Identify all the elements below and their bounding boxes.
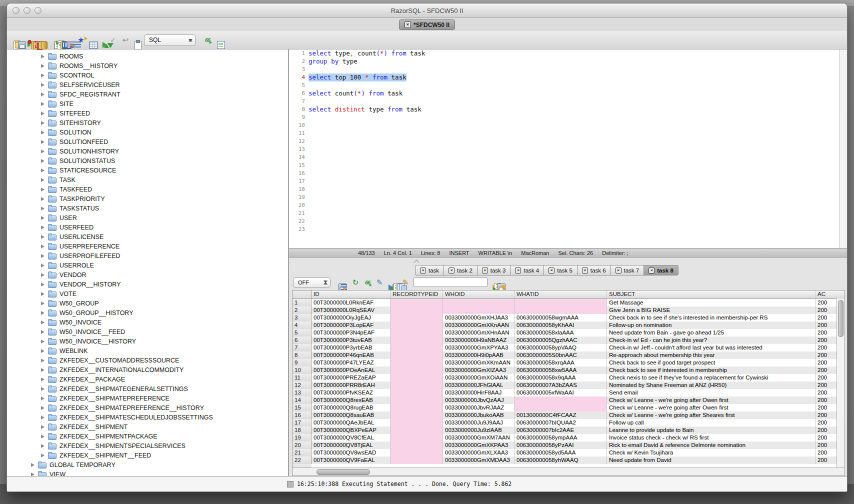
cell-subject[interactable]: Nominated by Shane Freeman at ANZ (HR50) bbox=[607, 382, 816, 389]
row-number-cell[interactable]: 14 bbox=[292, 396, 312, 404]
tree-item-w50_group__history[interactable]: W50_GROUP__HISTORY bbox=[7, 308, 288, 318]
editor-line[interactable]: 12 bbox=[289, 138, 847, 146]
tree-item-w50_invoice__history[interactable]: W50_INVOICE__HISTORY bbox=[7, 336, 288, 346]
table-row[interactable]: 400T3000000P3LopEAF0033000000GmXKnAAN006… bbox=[292, 322, 844, 329]
scrollbar-thumb[interactable] bbox=[316, 469, 370, 475]
row-number-cell[interactable]: 19 bbox=[292, 434, 312, 442]
cell-id[interactable]: 00T3000000L0RknEAF bbox=[312, 299, 390, 306]
cell-whatid[interactable]: 00630000005xfWaAAI bbox=[514, 389, 607, 396]
expand-triangle-icon[interactable] bbox=[41, 330, 44, 334]
cell-recordtypeid[interactable] bbox=[390, 389, 443, 396]
cell-id[interactable]: 00T3000000QAeJbEAL bbox=[312, 419, 390, 426]
expand-triangle-icon[interactable] bbox=[41, 311, 44, 315]
cell-whatid[interactable]: 00630000007bIc2AAE bbox=[514, 426, 607, 434]
cell-subject[interactable]: Check-in w/ Jeff - couldn't afford last … bbox=[607, 344, 816, 352]
expand-triangle-icon[interactable] bbox=[41, 340, 44, 344]
cell-whatid[interactable]: 006300000058ympAAA bbox=[514, 434, 607, 442]
cell-whatid[interactable]: 00630000007A3bZAAS bbox=[514, 382, 607, 389]
cell-whatid[interactable] bbox=[514, 396, 607, 404]
row-number-cell[interactable]: 15 bbox=[292, 404, 312, 412]
table-row[interactable]: 1600T3000000Q8sauEAB0033000000JbukoAAB00… bbox=[292, 412, 844, 419]
tree-item-user[interactable]: USER bbox=[7, 213, 288, 222]
table-row[interactable]: 1900T3000000QV8CfEAL0033000000GmXM7AAN00… bbox=[292, 434, 844, 442]
tree-item-userfeed[interactable]: USERFEED bbox=[7, 222, 288, 232]
close-tab-icon[interactable]: × bbox=[548, 268, 554, 274]
editor-line[interactable]: 23 bbox=[289, 226, 847, 234]
cell-recordtypeid[interactable] bbox=[390, 329, 443, 336]
cell-whoid[interactable]: 0033000000HirF8AAJ bbox=[443, 389, 514, 396]
row-number-cell[interactable]: 6 bbox=[292, 336, 312, 344]
expand-triangle-icon[interactable] bbox=[41, 168, 44, 172]
result-tab-task-3[interactable]: ×task 3 bbox=[477, 265, 511, 276]
cell-recordtypeid[interactable] bbox=[390, 306, 443, 314]
tree-item-zkfedex__shipment__feed[interactable]: ZKFEDEX__SHIPMENT__FEED bbox=[7, 450, 288, 460]
tree-item-global temporary[interactable]: GLOBAL TEMPORARY bbox=[7, 460, 288, 470]
tree-item-site[interactable]: SITE bbox=[7, 99, 288, 108]
document-tab[interactable]: × *SFDCW50 II bbox=[399, 20, 455, 30]
close-tab-icon[interactable]: × bbox=[582, 268, 588, 274]
tree-item-scontrol[interactable]: SCONTROL bbox=[7, 70, 288, 80]
cell-whatid[interactable]: 006300000058ypVAAQ bbox=[514, 344, 607, 352]
table-row[interactable]: 900T3000000P47LYEAZ0033000000GmXKmAAN006… bbox=[292, 359, 844, 366]
cell-recordtypeid[interactable] bbox=[390, 366, 443, 374]
cell-whoid[interactable]: 0033000000GmXIZAA3 bbox=[443, 366, 514, 374]
expand-triangle-icon[interactable] bbox=[41, 197, 44, 201]
editor-line[interactable]: 15 bbox=[289, 162, 847, 170]
editor-line[interactable]: 18 bbox=[289, 186, 847, 194]
cell-recordtypeid[interactable] bbox=[390, 314, 443, 322]
editor-line[interactable]: 8select distinct type from task bbox=[289, 106, 847, 114]
cell-whoid[interactable]: 0033000000GmXKPAA3 bbox=[443, 442, 514, 449]
expand-triangle-icon[interactable] bbox=[41, 292, 44, 296]
commit-icon[interactable]: ✓ bbox=[108, 35, 118, 45]
cell-subject[interactable]: Give Jenn a BIG RAISE bbox=[607, 306, 816, 314]
table-row[interactable]: 2000T3000000QV8TjEAL0033000000GmXKPAA300… bbox=[292, 442, 844, 449]
refresh-results-icon[interactable]: ↻ bbox=[350, 278, 360, 288]
tree-item-zkfedex__shipmategeneralsettings[interactable]: ZKFEDEX__SHIPMATEGENERALSETTINGS bbox=[7, 384, 288, 394]
cell-subject[interactable]: Follow up call bbox=[607, 419, 816, 426]
expand-triangle-icon[interactable] bbox=[41, 159, 44, 163]
row-number-cell[interactable]: 16 bbox=[292, 412, 312, 419]
table-row[interactable]: 1000T3000000POeAnEAL0033000000GmXIZAA300… bbox=[292, 366, 844, 374]
editor-line[interactable]: 20 bbox=[289, 202, 847, 210]
row-number-cell[interactable]: 21 bbox=[292, 449, 312, 456]
cell-whatid[interactable]: 00630000005QgzhAAC bbox=[514, 336, 607, 344]
row-number-cell[interactable]: 2 bbox=[292, 306, 312, 314]
editor-line[interactable]: 13 bbox=[289, 146, 847, 154]
cell-id[interactable]: 00T3000000PREZaEAP bbox=[312, 374, 390, 382]
tree-item-taskfeed[interactable]: TASKFEED bbox=[7, 184, 288, 194]
expand-triangle-icon[interactable] bbox=[41, 244, 44, 248]
expand-triangle-icon[interactable] bbox=[41, 416, 44, 420]
expand-triangle-icon[interactable] bbox=[41, 112, 44, 116]
editor-line[interactable]: 7 bbox=[289, 98, 847, 106]
expand-triangle-icon[interactable] bbox=[41, 216, 44, 220]
expand-triangle-icon[interactable] bbox=[41, 121, 44, 125]
cell-whoid[interactable]: 0033000000GmXHnAAN bbox=[443, 329, 514, 336]
cell-id[interactable]: 00T3000000PRR8rEAH bbox=[312, 382, 390, 389]
describe-results-icon[interactable]: 66 bbox=[362, 278, 372, 288]
expand-triangle-icon[interactable] bbox=[41, 130, 44, 134]
editor-line[interactable]: 17 bbox=[289, 178, 847, 186]
editor-scrollbar[interactable] bbox=[839, 50, 847, 248]
row-number-cell[interactable]: 20 bbox=[292, 442, 312, 449]
row-number-cell[interactable]: 7 bbox=[292, 344, 312, 352]
tree-item-userlicense[interactable]: USERLICENSE bbox=[7, 232, 288, 242]
edit-results-icon[interactable]: ✎ bbox=[374, 278, 384, 288]
row-number-cell[interactable]: 1 bbox=[292, 299, 312, 306]
close-tab-icon[interactable]: × bbox=[448, 268, 454, 274]
tree-item-rooms__history[interactable]: ROOMS__HISTORY bbox=[7, 61, 288, 70]
table-row[interactable]: 800T3000000P46qnEAB0033000000H9i0pAAB006… bbox=[292, 352, 844, 359]
cell-id[interactable]: 00T3000000QV8wsEAD bbox=[312, 449, 390, 456]
expand-triangle-icon[interactable] bbox=[41, 387, 44, 391]
cell-id[interactable]: 00T3000000P47LYEAZ bbox=[312, 359, 390, 366]
cell-recordtypeid[interactable] bbox=[390, 426, 443, 434]
tree-item-staticresource[interactable]: STATICRESOURCE bbox=[7, 166, 288, 175]
max-rows-dropdown[interactable]: OFF bbox=[293, 278, 330, 288]
cell-whoid[interactable]: 0033000000Ju9J9AAJ bbox=[443, 419, 514, 426]
cell-whoid[interactable] bbox=[443, 306, 514, 314]
table-row[interactable]: 2100T3000000QV8wsEAD0033000000GmXLXAA300… bbox=[292, 449, 844, 456]
cell-recordtypeid[interactable] bbox=[390, 336, 443, 344]
editor-line[interactable]: 16 bbox=[289, 170, 847, 178]
tree-item-zkfedex__shipmentpackage[interactable]: ZKFEDEX__SHIPMENTPACKAGE bbox=[7, 432, 288, 441]
tree-item-solutionfeed[interactable]: SOLUTIONFEED bbox=[7, 137, 288, 146]
cell-whoid[interactable]: 0033000000GmXHJAA3 bbox=[443, 314, 514, 322]
